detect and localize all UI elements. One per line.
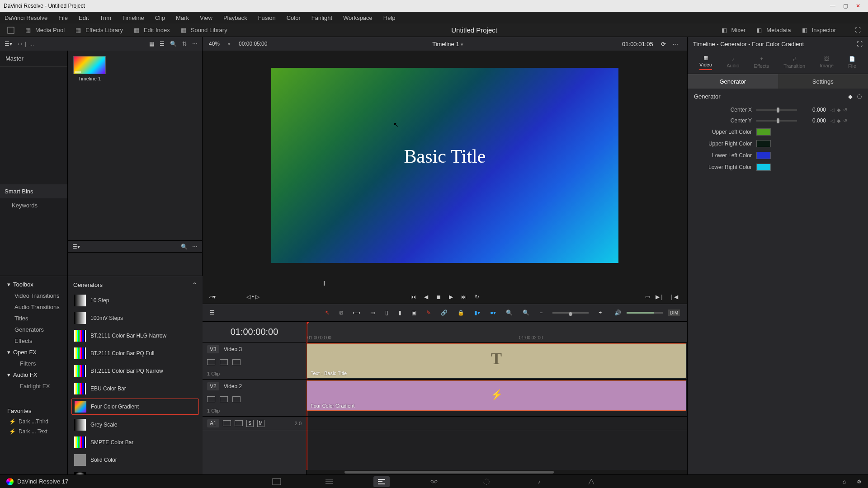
menu-color[interactable]: Color — [287, 14, 301, 21]
cut-page[interactable] — [321, 476, 337, 487]
transform-toggle[interactable]: ◁ • ▷ — [246, 294, 259, 300]
timeline-timecode[interactable]: 01:00:00:00 — [203, 322, 306, 343]
generator-item[interactable]: Grey Scale — [71, 417, 199, 432]
param-slider[interactable] — [756, 109, 797, 111]
generator-item[interactable]: SMPTE Color Bar — [71, 435, 199, 450]
pool-list-mode[interactable]: ☰▾ — [5, 41, 12, 47]
color-swatch[interactable] — [756, 164, 771, 171]
pool-list-mode-2[interactable]: ☰ — [160, 41, 165, 47]
mixer-button[interactable]: ◧Mixer — [722, 27, 746, 34]
timeline-view-options[interactable]: ☰ — [210, 310, 215, 316]
viewer-timeline-name[interactable]: Timeline 1 — [432, 41, 459, 47]
video-track-lane[interactable]: TText - Basic Title — [307, 343, 687, 380]
color-swatch[interactable] — [756, 152, 771, 159]
video-track-lane[interactable]: ⚡Four Color Gradient — [307, 380, 687, 417]
volume-slider[interactable] — [627, 312, 663, 314]
zoom-out[interactable]: − — [539, 310, 542, 316]
fx-search-icon[interactable]: 🔍 — [181, 244, 188, 250]
audio-track-lane[interactable] — [307, 417, 687, 430]
smart-bin-keywords[interactable]: Keywords — [0, 198, 67, 212]
pool-thumb-mode[interactable]: ▦ — [149, 41, 154, 47]
timeline-clip[interactable]: TText - Basic Title — [307, 343, 686, 378]
keyframe-prev[interactable]: ◁ — [830, 118, 834, 124]
solo-button[interactable]: S — [246, 420, 254, 427]
keyframe-diamond-icon[interactable]: ◆ — [848, 93, 853, 100]
menu-file[interactable]: File — [58, 14, 68, 21]
timeline-dropdown-icon[interactable]: ▾ — [461, 42, 463, 47]
generator-group-header[interactable]: Generator — [694, 93, 721, 100]
fx-node-audio-transitions[interactable]: Audio Transitions — [0, 301, 67, 313]
color-page[interactable] — [478, 476, 495, 487]
menu-workspace[interactable]: Workspace — [343, 14, 373, 21]
fx-node-video-transitions[interactable]: Video Transitions — [0, 290, 67, 301]
toolbox-node[interactable]: ▾ Toolbox — [0, 279, 67, 290]
trim-tool[interactable]: ⎚ — [340, 310, 343, 316]
viewer-canvas[interactable]: Basic Title ↖ — [271, 68, 618, 263]
inspector-tab-video[interactable]: ▦Video — [699, 55, 712, 70]
sound-library-button[interactable]: ▦Sound Library — [181, 27, 227, 34]
zoom-dropdown-icon[interactable]: ▾ — [228, 41, 231, 47]
generator-item[interactable]: 100mV Steps — [71, 310, 199, 326]
loop-button[interactable]: ↻ — [475, 294, 479, 300]
disable-icon[interactable] — [232, 359, 241, 365]
expand-viewer[interactable]: ⛶ — [855, 27, 861, 33]
smart-bins-header[interactable]: Smart Bins — [0, 184, 67, 198]
pool-sort[interactable]: ⇅ — [182, 41, 187, 47]
window-close[interactable]: ✕ — [852, 1, 864, 10]
param-value[interactable]: 0.000 — [802, 117, 826, 124]
dynamic-trim-tool[interactable]: ⟷ — [353, 310, 360, 316]
zoom-slider[interactable] — [552, 312, 589, 314]
generator-item[interactable]: EBU Color Bar — [71, 381, 199, 396]
search-timeline[interactable]: 🔍 — [506, 310, 513, 316]
pool-nav[interactable]: ‹ › ❘ … — [18, 41, 34, 47]
dim-button[interactable]: DIM — [668, 310, 680, 316]
inspector-subtab-generator[interactable]: Generator — [688, 74, 778, 89]
viewer-loop-icon[interactable]: ⟳ — [661, 41, 666, 47]
lock-icon[interactable] — [223, 420, 231, 426]
audiofx-node[interactable]: ▾ Audio FX — [0, 369, 67, 380]
menu-view[interactable]: View — [200, 14, 212, 21]
metadata-button[interactable]: ◧Metadata — [756, 27, 791, 34]
flag-dropdown[interactable]: ▮▾ — [474, 310, 480, 316]
play-button[interactable]: ▶ — [449, 294, 453, 300]
master-bin[interactable]: Master — [0, 51, 67, 67]
inspector-expand[interactable]: ⛶ — [857, 41, 863, 47]
generator-item[interactable]: Window — [71, 470, 199, 474]
inspector-subtab-settings[interactable]: Settings — [778, 74, 868, 89]
match-frame-icon[interactable]: ▭ — [645, 294, 650, 300]
media-pool-button[interactable]: ▦Media Pool — [25, 27, 65, 34]
inspector-button[interactable]: ◧Inspector — [802, 27, 836, 34]
project-settings-button[interactable]: ⚙ — [857, 479, 862, 485]
favorites-header[interactable]: Favorites — [0, 405, 67, 417]
reset-param[interactable]: ↺ — [843, 118, 847, 124]
reset-param[interactable]: ↺ — [843, 107, 847, 113]
menu-mark[interactable]: Mark — [176, 14, 189, 21]
mute-icon[interactable]: 🔊 — [614, 310, 621, 316]
window-maximize[interactable]: ▢ — [839, 1, 852, 10]
home-button[interactable]: ⌂ — [843, 479, 846, 485]
favorite-item[interactable]: ⚡ Dark ...Third — [0, 417, 67, 427]
generator-item[interactable]: Four Color Gradient — [71, 399, 199, 415]
generator-item[interactable]: BT.2111 Color Bar HLG Narrow — [71, 328, 199, 343]
color-swatch[interactable] — [756, 140, 771, 147]
generator-item[interactable]: Solid Color — [71, 452, 199, 468]
selection-tool[interactable]: ↖ — [325, 310, 330, 316]
keyframe-prev[interactable]: ◁ — [830, 107, 834, 113]
keyframe-toggle[interactable]: ◆ — [837, 107, 840, 113]
viewer-menu[interactable]: ⋯ — [672, 41, 678, 47]
fx-node-effects[interactable]: Effects — [0, 335, 67, 347]
blade-tool[interactable]: ▭ — [370, 310, 375, 316]
menu-timeline[interactable]: Timeline — [122, 14, 144, 21]
edit-index-button[interactable]: ▦Edit Index — [134, 27, 170, 34]
marker-dropdown[interactable]: ●▾ — [490, 310, 496, 316]
auto-select-icon[interactable] — [220, 359, 228, 365]
menu-clip[interactable]: Clip — [155, 14, 165, 21]
mute-button[interactable]: M — [257, 420, 264, 427]
link-tool[interactable]: ✎ — [426, 310, 431, 316]
openfx-node[interactable]: ▾ Open FX — [0, 347, 67, 358]
viewer-position-tc[interactable]: 01:00:01:05 — [622, 41, 653, 47]
fx-filters[interactable]: Filters — [0, 358, 67, 369]
zoom-dropdown[interactable]: 🔍 — [523, 310, 529, 316]
video-track-header[interactable]: V2Video 21 Clip — [203, 380, 306, 417]
jump-first[interactable]: ⏮ — [410, 294, 416, 300]
